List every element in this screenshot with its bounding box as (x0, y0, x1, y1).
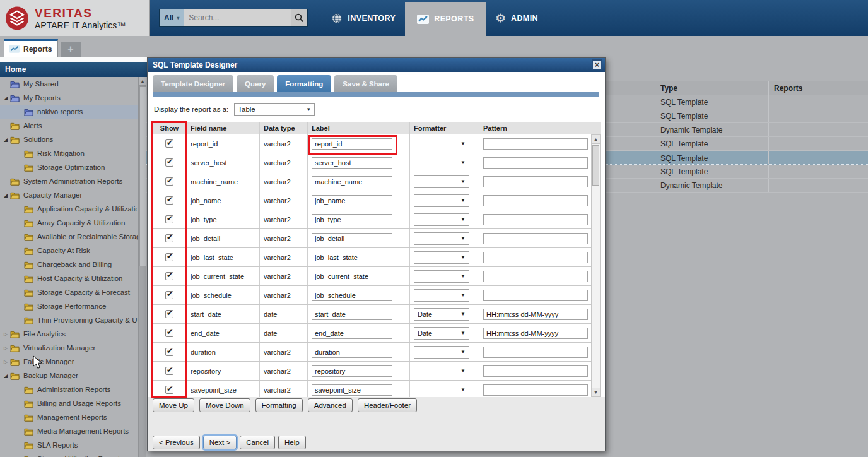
table-scrollbar[interactable]: ▲ ▼ (591, 134, 601, 397)
help-button[interactable]: Help (278, 436, 306, 449)
show-checkbox[interactable] (165, 272, 173, 280)
show-checkbox[interactable] (165, 367, 173, 375)
label-input[interactable] (312, 195, 392, 206)
tab-reports[interactable]: Reports (4, 39, 58, 57)
scroll-up-icon[interactable]: ▲ (592, 135, 600, 144)
pattern-input[interactable] (483, 252, 588, 263)
label-input[interactable] (312, 309, 392, 320)
scroll-up-icon[interactable]: ▲ (139, 77, 146, 86)
sidebar-item-my-shared[interactable]: My Shared (0, 77, 138, 91)
show-checkbox[interactable] (165, 253, 173, 261)
show-checkbox[interactable] (165, 158, 173, 167)
dialog-tab-query[interactable]: Query (237, 75, 274, 92)
advanced-button[interactable]: Advanced (308, 398, 353, 412)
tree-expander-icon[interactable]: ◢ (3, 373, 9, 379)
sidebar-item-alerts[interactable]: Alerts (0, 119, 138, 133)
show-checkbox[interactable] (165, 234, 173, 242)
dialog-tab-save-share[interactable]: Save & Share (334, 75, 397, 92)
pattern-input[interactable] (483, 309, 588, 320)
show-checkbox[interactable] (165, 196, 173, 205)
nav-reports[interactable]: REPORTS (405, 2, 486, 36)
sidebar-item-nakivo-reports[interactable]: nakivo reports (0, 105, 138, 119)
formatter-select[interactable]: ▼ (414, 346, 469, 359)
nav-inventory[interactable]: INVENTORY (322, 0, 405, 36)
next-button[interactable]: Next > (203, 436, 237, 449)
label-input[interactable] (312, 384, 392, 396)
sidebar-item-my-reports[interactable]: ◢ My Reports (0, 91, 138, 105)
label-input[interactable] (312, 290, 392, 301)
label-input[interactable] (312, 138, 392, 150)
dialog-title-bar[interactable]: SQL Template Designer × (148, 58, 605, 72)
sidebar-item-host-capacity-utilization[interactable]: Host Capacity & Utilization (0, 271, 138, 285)
pattern-input[interactable] (483, 214, 588, 225)
dialog-tab-template-designer[interactable]: Template Designer (153, 75, 233, 92)
label-input[interactable] (312, 157, 392, 169)
pattern-input[interactable] (483, 157, 588, 169)
pattern-input[interactable] (483, 138, 588, 150)
formatter-select[interactable]: ▼ (414, 251, 469, 264)
label-input[interactable] (312, 347, 392, 358)
pattern-input[interactable] (483, 384, 588, 396)
sidebar-item-storage-capacity-forecast[interactable]: Storage Capacity & Forecast (0, 285, 138, 299)
sidebar-item-capacity-at-risk[interactable]: Capacity At Risk (0, 244, 138, 258)
table-scrollbar-thumb[interactable] (592, 145, 599, 186)
pattern-input[interactable] (483, 347, 588, 358)
formatter-select[interactable]: ▼ (414, 138, 469, 150)
search-input[interactable] (184, 9, 291, 26)
formatter-select[interactable]: ▼ (414, 289, 469, 302)
sidebar-item-sla-reports[interactable]: SLA Reports (0, 438, 138, 452)
sidebar-item-administration-reports[interactable]: Administration Reports (0, 383, 138, 396)
formatter-select[interactable]: ▼ (414, 232, 469, 245)
formatter-select[interactable]: ▼ (414, 270, 469, 283)
header-footer-button[interactable]: Header/Footer (358, 398, 417, 412)
tree-expander-icon[interactable]: ◢ (3, 137, 9, 143)
show-checkbox[interactable] (165, 177, 173, 186)
nav-admin[interactable]: ⚙ ADMIN (486, 0, 548, 36)
tree-expander-icon[interactable]: ▷ (3, 331, 9, 337)
sidebar-scrollbar[interactable]: ▲ (138, 77, 146, 457)
sidebar-item-application-capacity-utilization[interactable]: Application Capacity & Utilization (0, 202, 138, 216)
formatter-select[interactable]: Date ▼ (414, 308, 469, 321)
show-checkbox[interactable] (165, 291, 173, 299)
formatter-select[interactable]: ▼ (414, 365, 469, 377)
show-checkbox[interactable] (165, 348, 173, 356)
close-icon[interactable]: × (592, 59, 602, 70)
move-up-button[interactable]: Move Up (153, 398, 194, 412)
pattern-input[interactable] (483, 176, 588, 187)
search-scope-dropdown[interactable]: All ▾ (160, 9, 184, 26)
pattern-input[interactable] (483, 328, 588, 339)
tree-expander-icon[interactable]: ◢ (3, 95, 9, 101)
sidebar-item-solutions[interactable]: ◢ Solutions (0, 133, 138, 146)
show-checkbox[interactable] (165, 329, 173, 337)
tree-expander-icon[interactable]: ▷ (3, 359, 9, 365)
formatter-select[interactable]: Date ▼ (414, 327, 469, 340)
sidebar-item-available-or-reclaimable-storage[interactable]: Available or Reclaimable Storage (0, 230, 138, 244)
sidebar-item-virtualization-manager[interactable]: ▷ Virtualization Manager (0, 341, 138, 355)
formatter-select[interactable]: ▼ (414, 157, 469, 169)
pattern-input[interactable] (483, 195, 588, 206)
pattern-input[interactable] (483, 233, 588, 244)
label-input[interactable] (312, 214, 392, 225)
label-input[interactable] (312, 176, 392, 187)
sidebar-item-media-management-reports[interactable]: Media Management Reports (0, 424, 138, 438)
sidebar-item-capacity-manager[interactable]: ◢ Capacity Manager (0, 188, 138, 202)
previous-button[interactable]: < Previous (153, 436, 200, 449)
show-checkbox[interactable] (165, 386, 173, 394)
show-checkbox[interactable] (165, 310, 173, 318)
sidebar-scrollbar-thumb[interactable] (139, 86, 146, 266)
tree-expander-icon[interactable]: ◢ (3, 193, 9, 198)
formatter-select[interactable]: ▼ (414, 384, 469, 396)
pattern-input[interactable] (483, 290, 588, 301)
sidebar-item-risk-mitigation[interactable]: Risk Mitigation (0, 146, 138, 160)
label-input[interactable] (312, 233, 392, 244)
sidebar-item-thin-provisioning-capacity-utiliz[interactable]: Thin Provisioning Capacity & Utiliz (0, 313, 138, 327)
pattern-input[interactable] (483, 365, 588, 377)
sidebar-item-system-administration-reports[interactable]: System Administration Reports (0, 174, 138, 188)
sidebar-item-chargeback-and-billing[interactable]: Chargeback and Billing (0, 258, 138, 271)
formatter-select[interactable]: ▼ (414, 194, 469, 207)
sidebar-item-storage-utilization-reports[interactable]: Storage Utilization Reports (0, 452, 138, 457)
sidebar-item-backup-manager[interactable]: ◢ Backup Manager (0, 369, 138, 383)
formatter-select[interactable]: ▼ (414, 213, 469, 226)
sidebar-item-management-reports[interactable]: Management Reports (0, 410, 138, 424)
scroll-down-icon[interactable]: ▼ (592, 388, 600, 396)
